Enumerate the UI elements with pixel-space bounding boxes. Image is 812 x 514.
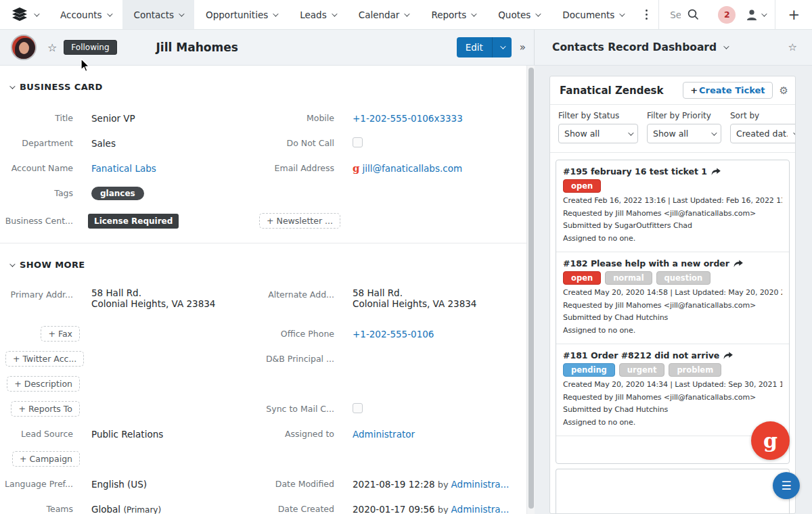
tag-glances[interactable]: glances	[91, 187, 144, 200]
ticket-requested-by: Requested by Jill Mahomes <jill@fanatica…	[563, 300, 782, 312]
field-row: Title Senior VP Mobile +1-202-555-0106x3…	[0, 106, 526, 131]
glances-fab-button[interactable]: g	[751, 421, 790, 460]
office-phone-label: Office Phone	[258, 329, 334, 339]
collapse-panel-icon[interactable]: »	[520, 41, 526, 53]
ticket-assigned-to: Assigned to no one.	[563, 233, 782, 246]
sync-to-mail-label: Sync to Mail C...	[258, 404, 334, 414]
nav-item-documents[interactable]: Documents	[551, 0, 635, 29]
title-label: Title	[0, 113, 80, 123]
chevron-down-icon[interactable]	[723, 43, 729, 49]
add-reports-to-button[interactable]: + Reports To	[11, 401, 80, 417]
section-show-more[interactable]: SHOW MORE	[0, 243, 526, 274]
field-row: Business Cent... License Required + News…	[0, 208, 526, 233]
ticket-list: #195 february 16 test ticket 1 open Crea…	[556, 160, 790, 464]
field-row: + Twitter Acc... D&B Principal ...	[0, 346, 526, 371]
gear-icon[interactable]: ⚙	[780, 85, 788, 97]
dashboard-title[interactable]: Contacts Record Dashboard	[552, 41, 717, 53]
ticket-item[interactable]: #181 Order #8212 did not arrive pending …	[556, 344, 789, 436]
add-campaign-button[interactable]: + Campaign	[12, 451, 80, 467]
more-modules-button[interactable]	[635, 0, 658, 29]
add-newsletter-button[interactable]: + Newsletter ...	[259, 213, 340, 229]
priority-badge: normal	[605, 271, 652, 285]
add-fax-button[interactable]: + Fax	[41, 326, 80, 342]
dashboard-star-icon[interactable]: ☆	[788, 41, 797, 53]
ticket-submitted-by: Submitted by Chad Hutchins	[563, 404, 782, 417]
modified-by-link[interactable]: Administra...	[451, 479, 510, 490]
app-logo[interactable]	[0, 0, 49, 29]
glances-icon[interactable]: g	[353, 162, 360, 174]
chevron-down-icon	[711, 130, 717, 135]
menu-fab-button[interactable]: ☰	[773, 472, 800, 499]
add-twitter-button[interactable]: + Twitter Acc...	[5, 351, 84, 367]
contact-header: ☆ Following Jill Mahomes Edit »	[0, 30, 535, 66]
date-modified-value: 2021-08-19 12:28byAdministra...	[334, 479, 526, 490]
nav-item-leads[interactable]: Leads	[288, 0, 346, 29]
open-external-icon[interactable]	[734, 260, 743, 268]
ticket-item[interactable]: #195 february 16 test ticket 1 open Crea…	[556, 160, 789, 252]
status-badge: open	[563, 271, 601, 285]
nav-item-contacts[interactable]: Contacts	[122, 0, 195, 29]
add-description-button[interactable]: + Description	[7, 376, 80, 392]
tags-label: Tags	[0, 188, 80, 198]
email-link[interactable]: jill@fanaticallabs.com	[363, 163, 463, 174]
user-menu[interactable]	[741, 0, 775, 29]
filter-priority-label: Filter by Priority	[647, 111, 721, 120]
ticket-created: Created Feb 16, 2022 13:16 | Last Update…	[563, 195, 782, 208]
filter-priority-select[interactable]: Show all	[647, 124, 721, 143]
chevron-down-icon	[273, 11, 278, 16]
filter-status-label: Filter by Status	[558, 111, 638, 120]
assigned-to-link[interactable]: Administrator	[353, 429, 415, 440]
nav-item-opportunities[interactable]: Opportunities	[194, 0, 288, 29]
quick-create-button[interactable]: +	[775, 0, 812, 29]
office-phone-link[interactable]: +1-202-555-0106	[353, 329, 434, 340]
created-by-link[interactable]: Administra...	[451, 504, 510, 514]
filter-status-select[interactable]: Show all	[558, 124, 638, 143]
search-input[interactable]	[670, 9, 681, 20]
chevron-down-icon	[500, 43, 505, 49]
lead-source-value: Public Relations	[80, 429, 258, 440]
create-ticket-button[interactable]: + Create Ticket	[683, 82, 772, 99]
edit-button[interactable]: Edit	[457, 37, 512, 57]
following-button[interactable]: Following	[64, 40, 116, 55]
ticket-created: Created May 20, 2020 14:58 | Last Update…	[563, 287, 782, 300]
chevron-down-icon	[405, 11, 410, 16]
nav-item-calendar[interactable]: Calendar	[347, 0, 420, 29]
global-search	[658, 0, 713, 29]
nav-item-reports[interactable]: Reports	[420, 0, 487, 29]
chevron-down-icon	[535, 11, 541, 16]
search-icon[interactable]	[687, 9, 699, 20]
plus-icon: +	[690, 85, 698, 95]
dnb-principal-label: D&B Principal ...	[258, 354, 334, 364]
scrollbar-thumb[interactable]	[528, 68, 534, 509]
nav-item-quotes[interactable]: Quotes	[487, 0, 551, 29]
open-external-icon[interactable]	[723, 352, 733, 360]
contact-avatar[interactable]	[11, 34, 37, 60]
language-value: English (US)	[80, 479, 258, 490]
priority-badge: urgent	[619, 363, 665, 377]
type-badge: question	[656, 271, 711, 285]
mobile-label: Mobile	[258, 113, 334, 123]
do-not-call-checkbox[interactable]	[353, 137, 363, 147]
sort-by-select[interactable]: Created dat...	[730, 124, 796, 143]
logo-chevron-down-icon	[34, 11, 39, 16]
edit-dropdown-arrow[interactable]	[492, 37, 512, 57]
ticket-item[interactable]: #182 Please help with a new order open n…	[556, 252, 789, 344]
nav-item-accounts[interactable]: Accounts	[49, 0, 122, 29]
ticket-assigned-to: Assigned to no one.	[563, 417, 782, 429]
notification-badge[interactable]: 2	[718, 6, 736, 24]
account-name-link[interactable]: Fanatical Labs	[91, 163, 156, 174]
lead-source-label: Lead Source	[0, 429, 80, 439]
mobile-link[interactable]: +1-202-555-0106x3333	[353, 113, 463, 124]
favorite-star-icon[interactable]: ☆	[47, 41, 57, 54]
date-created-label: Date Created	[258, 504, 334, 514]
section-business-card[interactable]: BUSINESS CARD	[0, 66, 526, 96]
language-label: Language Pref...	[0, 479, 80, 489]
dashlet-header: Fanatical Zendesk + Create Ticket ⚙	[550, 76, 795, 105]
status-badge: pending	[563, 363, 615, 377]
open-external-icon[interactable]	[711, 168, 721, 176]
field-row: Tags glances	[0, 181, 526, 206]
layers-logo-icon	[11, 7, 28, 23]
ticket-submitted-by: Submitted by SugarOutfitters Chad	[563, 220, 782, 233]
sync-to-mail-checkbox[interactable]	[353, 403, 363, 413]
type-badge: problem	[669, 363, 721, 377]
